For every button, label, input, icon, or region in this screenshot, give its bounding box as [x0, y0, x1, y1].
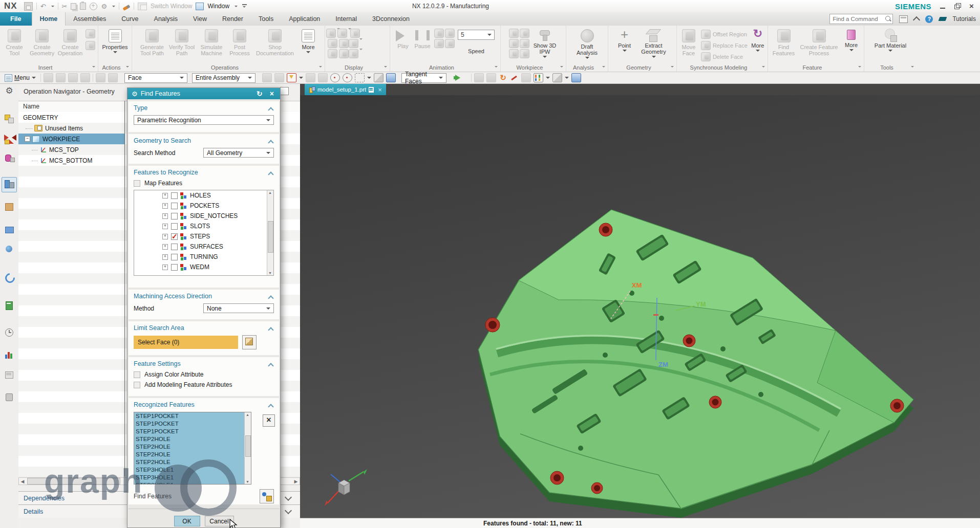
bounded-caret[interactable]	[367, 77, 371, 81]
expander-icon[interactable]: +	[162, 203, 168, 209]
verify-tool-path-button[interactable]: Verify Tool Path	[167, 27, 197, 56]
layer-settings-icon[interactable]	[350, 29, 360, 38]
model-canvas[interactable]: XM YM ZM	[300, 95, 980, 518]
save-icon[interactable]	[24, 2, 33, 11]
list-scrollbar[interactable]: ▲▼	[244, 412, 251, 484]
layout-caret[interactable]	[546, 77, 550, 81]
tree-row-workpiece[interactable]: − WORKPIECE	[18, 134, 124, 144]
ipw-compare-icon[interactable]	[509, 29, 519, 38]
wedm-checkbox[interactable]	[171, 264, 178, 271]
assign-color-row[interactable]: Assign Color Attribute	[134, 371, 274, 378]
point-button[interactable]: + Point	[613, 27, 636, 53]
assign-color-checkbox[interactable]	[134, 371, 140, 378]
feature-row-turning[interactable]: + TURNING	[134, 252, 273, 262]
open-box-icon[interactable]	[386, 73, 396, 82]
group-caret-animation[interactable]	[495, 66, 498, 69]
undo-icon[interactable]: ↶	[40, 3, 46, 10]
play-button[interactable]: Play	[394, 27, 412, 49]
capture-icon[interactable]	[90, 3, 97, 10]
qat-customize-icon[interactable]	[242, 4, 247, 8]
interior-edges-icon[interactable]	[274, 73, 284, 82]
selection-scope-icon-1[interactable]	[96, 73, 105, 82]
type-filter-select[interactable]: Face	[124, 73, 187, 83]
tab-analysis[interactable]: Analysis	[146, 12, 186, 26]
add-modeling-row[interactable]: Add Modeling Feature Attributes	[134, 381, 274, 388]
find-features-action-button[interactable]	[260, 489, 274, 503]
pause-button[interactable]: Pause	[412, 27, 433, 49]
section-header-machining[interactable]: Machining Access Direction	[134, 293, 274, 300]
scrollbar-thumb[interactable]	[268, 221, 273, 253]
scrollbar-thumb[interactable]	[245, 435, 251, 457]
recognized-item[interactable]: STEP2HOLE	[134, 458, 251, 466]
close-button[interactable]: ×	[969, 3, 976, 9]
slots-checkbox[interactable]	[171, 223, 178, 230]
touch-caret[interactable]	[112, 6, 115, 9]
holes-checkbox[interactable]	[171, 192, 178, 199]
recognized-item[interactable]: STEP2HOLE	[134, 435, 251, 443]
feature-more-button[interactable]: More	[841, 27, 862, 52]
section-header-geometry[interactable]: Geometry to Search	[134, 137, 274, 144]
scroll-left-arrow[interactable]: ◀	[19, 479, 26, 484]
hatch-icon[interactable]	[328, 49, 337, 58]
tutorials-label[interactable]: Tutorials	[952, 15, 976, 23]
section-header-type[interactable]: Type	[134, 104, 274, 112]
window-menu-label[interactable]: Window	[207, 3, 229, 10]
tab-curve[interactable]: Curve	[114, 12, 146, 26]
offset-region-button[interactable]: Offset Region	[701, 30, 748, 39]
create-geometry-button[interactable]: Create Geometry	[28, 27, 56, 56]
snap-cube-icon[interactable]	[374, 73, 384, 82]
shaded-view-icon[interactable]	[571, 73, 581, 82]
type-select[interactable]: Parametric Recognition	[134, 115, 274, 125]
cancel-button[interactable]: Cancel	[205, 516, 234, 526]
close-tab-icon[interactable]: ×	[378, 86, 382, 94]
constraint-navigator-icon[interactable]	[4, 133, 15, 144]
add-modeling-checkbox[interactable]	[134, 382, 140, 388]
face-select-cube-button[interactable]	[242, 335, 257, 349]
gear-icon[interactable]: ⚙	[4, 85, 15, 97]
part-navigator-icon[interactable]	[4, 152, 15, 164]
delete-face-button[interactable]: Delete Face	[701, 52, 748, 61]
create-operation-button[interactable]: Create Operation	[56, 27, 84, 56]
scrollbar-thumb[interactable]	[27, 478, 120, 485]
expander-icon[interactable]: +	[162, 254, 168, 260]
ipw-update-icon[interactable]	[520, 49, 529, 58]
edit-display-icon[interactable]	[326, 29, 336, 38]
tree-scrollbar[interactable]: ▲▼	[267, 190, 273, 275]
tab-view[interactable]: View	[185, 12, 215, 26]
show-3d-ipw-button[interactable]: Show 3D IPW	[530, 27, 559, 59]
roles-icon[interactable]	[4, 391, 15, 403]
step-first-icon[interactable]	[434, 29, 444, 38]
expander-icon[interactable]: +	[162, 193, 168, 199]
step-last-icon[interactable]	[445, 29, 455, 38]
paste-icon[interactable]	[80, 3, 86, 10]
caret[interactable]	[359, 38, 363, 41]
window-icon[interactable]	[196, 3, 204, 10]
ipw-save-icon[interactable]	[520, 29, 529, 38]
annotate-icon[interactable]	[510, 74, 519, 82]
group-caret-tools[interactable]	[911, 66, 914, 69]
render-style-icon[interactable]	[552, 73, 562, 82]
group-caret-analysis[interactable]	[602, 66, 605, 69]
pockets-checkbox[interactable]	[171, 203, 178, 209]
group-caret-feature[interactable]	[858, 66, 861, 69]
tree-row-mcs-bottom[interactable]: MCS_BOTTOM	[18, 155, 124, 166]
expander-icon[interactable]: +	[162, 265, 168, 270]
speed-select[interactable]: 5	[458, 30, 495, 40]
tool-display-icon[interactable]	[349, 39, 358, 48]
search-method-select[interactable]: All Geometry	[203, 148, 274, 158]
face-rule-select[interactable]: Tangent Faces	[401, 73, 446, 83]
undo-caret[interactable]	[51, 6, 54, 9]
section-header-limit[interactable]: Limit Search Area	[134, 324, 274, 332]
recognized-item[interactable]: STEP1POCKET	[134, 420, 251, 428]
apply-arrow-icon[interactable]	[455, 75, 463, 81]
layout-icon[interactable]	[521, 73, 531, 82]
group-caret-geometry[interactable]	[671, 66, 674, 69]
quadrant-point-icon[interactable]	[343, 73, 352, 82]
process-studio-icon[interactable]	[4, 349, 15, 360]
history-icon[interactable]	[4, 327, 15, 338]
operations-more-button[interactable]: More	[297, 27, 319, 54]
section-header-features[interactable]: Features to Recognize	[134, 169, 274, 176]
tree-row-geometry[interactable]: GEOMETRY	[18, 112, 124, 123]
tab-internal[interactable]: Internal	[328, 12, 365, 26]
selection-filter-icon-4[interactable]	[80, 73, 90, 82]
